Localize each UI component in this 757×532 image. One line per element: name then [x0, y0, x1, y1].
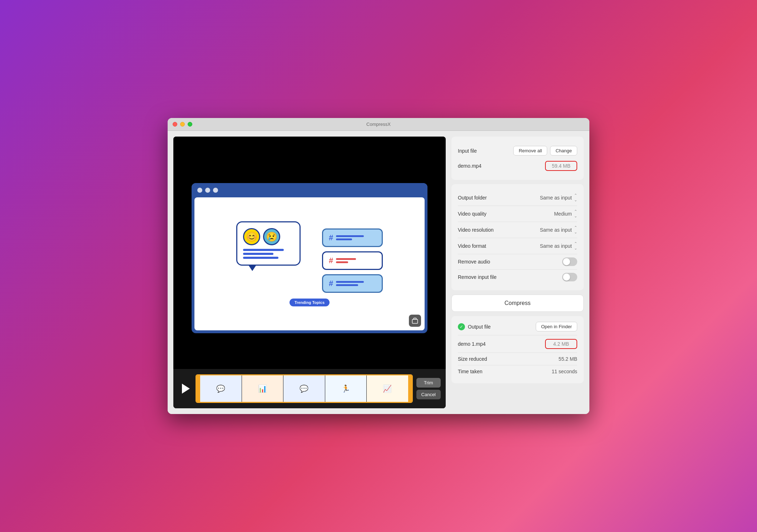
timeline-buttons: Trim Cancel — [416, 378, 441, 399]
thumb-emoji-2: 📊 — [258, 384, 267, 393]
change-button[interactable]: Change — [550, 146, 577, 156]
thumbnail-2: 📊 — [242, 375, 284, 402]
thumbnails: 💬 📊 💬 🏃 📈 — [200, 375, 408, 402]
video-quality-chevron: ⌃⌄ — [574, 209, 577, 218]
input-btn-group: Remove all Change — [513, 146, 577, 156]
video-black-bottom — [173, 355, 446, 369]
input-filename: demo.mp4 — [458, 163, 481, 169]
input-file-section: Input file Remove all Change demo.mp4 59… — [451, 137, 584, 180]
play-icon — [182, 384, 190, 394]
video-format-row: Video format Same as input ⌃⌄ — [458, 238, 577, 254]
open-finder-button[interactable]: Open in Finder — [536, 322, 577, 331]
hl-5 — [336, 281, 364, 283]
size-reduced-row: Size reduced 55.2 MB — [458, 353, 577, 365]
remove-audio-knob — [563, 258, 570, 265]
thumbnail-4: 🏃 — [325, 375, 367, 402]
output-folder-chevron: ⌃⌄ — [574, 193, 577, 202]
trim-button[interactable]: Trim — [416, 378, 441, 388]
bubble-avatars: 😊 😢 — [243, 228, 294, 245]
output-file-size: 4.2 MB — [545, 339, 577, 349]
main-content: 😊 😢 — [168, 131, 589, 414]
video-format-label: Video format — [458, 243, 486, 249]
timeline-container[interactable]: 💬 📊 💬 🏃 📈 — [196, 374, 413, 403]
video-resolution-chevron: ⌃⌄ — [574, 225, 577, 235]
hashtag-bubble-3: # — [322, 274, 383, 293]
remove-all-button[interactable]: Remove all — [513, 146, 547, 156]
mockup-content: 😊 😢 — [194, 197, 425, 330]
compress-button[interactable]: Compress — [451, 295, 584, 312]
video-panel: 😊 😢 — [173, 137, 446, 408]
svg-rect-0 — [412, 319, 418, 323]
video-resolution-row: Video resolution Same as input ⌃⌄ — [458, 222, 577, 238]
size-reduced-label: Size reduced — [458, 356, 487, 362]
output-section: ✓ Output file Open in Finder demo 1.mp4 … — [451, 316, 584, 383]
hashtag-lines-1 — [336, 235, 376, 240]
play-button[interactable] — [178, 382, 192, 395]
sad-emoji: 😢 — [263, 228, 280, 245]
thumb-emoji-5: 📈 — [383, 384, 392, 393]
hashtag-bubble-1: # — [322, 228, 383, 247]
video-quality-label: Video quality — [458, 211, 486, 217]
remove-input-label: Remove input file — [458, 274, 496, 280]
minimize-button[interactable] — [180, 122, 185, 127]
video-quality-value[interactable]: Medium ⌃⌄ — [554, 209, 577, 218]
remove-input-toggle[interactable] — [562, 273, 577, 281]
speech-bubble-left: 😊 😢 — [236, 221, 301, 266]
remove-input-knob — [563, 274, 570, 281]
maximize-button[interactable] — [188, 122, 192, 127]
bubble-line-1 — [243, 249, 284, 251]
output-folder-value[interactable]: Same as input ⌃⌄ — [540, 193, 578, 202]
cancel-button[interactable]: Cancel — [416, 390, 441, 399]
hashtag-bubble-2: # — [322, 251, 383, 270]
hashtag-2: # — [329, 256, 333, 265]
mockup-titlebar — [192, 183, 427, 197]
video-main: 😊 😢 — [173, 162, 446, 355]
mockup-dot-2 — [205, 188, 210, 193]
main-speech-bubble: 😊 😢 — [236, 221, 301, 266]
hl-2 — [336, 238, 352, 240]
remove-input-row: Remove input file — [458, 270, 577, 285]
hashtag-lines-2 — [336, 258, 376, 263]
output-header-row: ✓ Output file Open in Finder — [458, 322, 577, 335]
thumb-emoji-4: 🏃 — [341, 384, 350, 393]
video-resolution-value[interactable]: Same as input ⌃⌄ — [540, 225, 578, 235]
right-panel: Input file Remove all Change demo.mp4 59… — [451, 137, 584, 408]
happy-emoji: 😊 — [243, 228, 260, 245]
window-controls — [173, 122, 192, 127]
remove-audio-toggle[interactable] — [562, 257, 577, 266]
thumbnail-1: 💬 — [200, 375, 242, 402]
output-filename-row: demo 1.mp4 4.2 MB — [458, 335, 577, 353]
close-button[interactable] — [173, 122, 177, 127]
time-taken-label: Time taken — [458, 369, 483, 374]
input-file-label: Input file — [458, 148, 477, 154]
screenshot-button[interactable] — [409, 315, 421, 327]
thumb-emoji-3: 💬 — [300, 384, 308, 393]
timeline-bracket-right — [408, 375, 412, 402]
timeline-bracket-left — [197, 375, 200, 402]
time-taken-value: 11 seconds — [551, 369, 577, 374]
output-folder-label: Output folder — [458, 195, 487, 201]
thumbnail-3: 💬 — [283, 375, 325, 402]
video-quality-row: Video quality Medium ⌃⌄ — [458, 206, 577, 222]
hl-6 — [336, 284, 358, 286]
hashtag-3: # — [329, 279, 333, 288]
thumb-emoji-1: 💬 — [216, 384, 225, 393]
hl-4 — [336, 261, 348, 263]
video-format-chevron: ⌃⌄ — [574, 241, 577, 251]
video-resolution-label: Video resolution — [458, 227, 494, 233]
video-format-value[interactable]: Same as input ⌃⌄ — [540, 241, 578, 251]
remove-audio-row: Remove audio — [458, 254, 577, 270]
hl-3 — [336, 258, 356, 260]
thumbnail-5: 📈 — [367, 375, 408, 402]
output-success-icon: ✓ — [458, 323, 465, 330]
bubble-line-3 — [243, 257, 278, 259]
input-filename-row: demo.mp4 59.4 MB — [458, 158, 577, 174]
video-content: 😊 😢 — [173, 162, 446, 355]
titlebar: CompressX — [168, 118, 589, 131]
trending-badge: Trending Topics — [290, 299, 330, 306]
illustration: 😊 😢 — [236, 221, 383, 293]
filmstrip: 💬 📊 💬 🏃 📈 — [173, 369, 446, 408]
hl-1 — [336, 235, 364, 237]
input-file-size: 59.4 MB — [545, 161, 577, 171]
video-black-top — [173, 137, 446, 162]
